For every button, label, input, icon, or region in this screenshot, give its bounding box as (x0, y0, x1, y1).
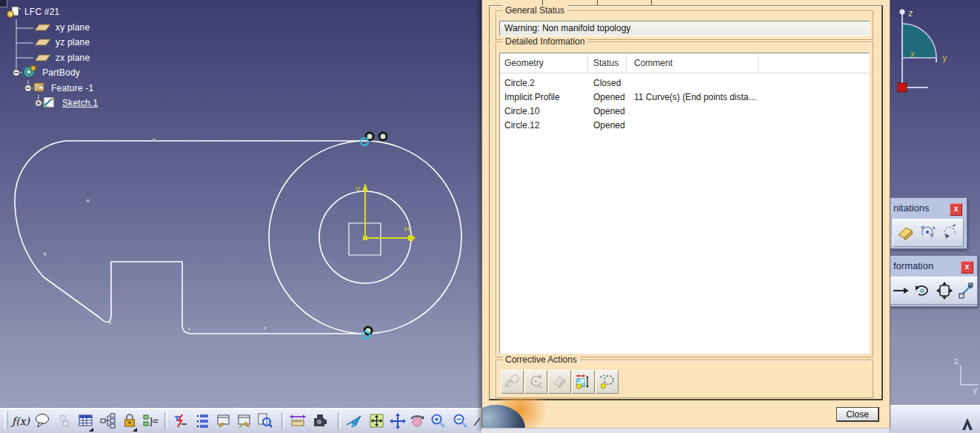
translate-arrow-icon[interactable] (892, 281, 911, 300)
toolbar-title: nitations (893, 202, 929, 214)
constraint-bolt-icon[interactable] (172, 412, 190, 430)
table-cell[interactable]: Circle.12 (504, 119, 539, 133)
table-cell[interactable]: Implicit Profile (504, 90, 560, 105)
symmetry-box-icon[interactable] (935, 281, 954, 300)
part-root-icon (6, 5, 22, 19)
partbody-icon (21, 65, 38, 80)
close-toolbar-button[interactable]: x (950, 203, 962, 216)
zoom-in-icon[interactable] (430, 412, 447, 430)
zoom-out-icon[interactable] (452, 412, 470, 430)
plane-icon (34, 53, 52, 63)
general-status-message: Warning: Non manifold topology (499, 21, 870, 36)
diagnosis-table[interactable]: Geometry Status Comment Circle.2 Closed … (499, 53, 870, 354)
close-arc-icon[interactable] (941, 223, 960, 242)
hide-constraints-button[interactable] (572, 370, 595, 394)
detailed-information-group: Detailed Information Geometry Status Com… (496, 42, 873, 357)
tree-item-xy-plane[interactable]: xy plane (56, 22, 90, 33)
col-header-geometry: Geometry (504, 53, 544, 73)
output-window-2-icon[interactable] (236, 412, 253, 430)
fly-mode-icon[interactable] (345, 412, 363, 430)
scale-icon[interactable] (957, 281, 976, 300)
table-cell: Closed (593, 76, 621, 90)
header-underline (500, 73, 869, 73)
corrective-actions-title: Corrective Actions (502, 354, 580, 365)
relimitations-toolbar: nitations x (889, 197, 967, 249)
tree-item-sketch[interactable]: Sketch.1 (62, 98, 98, 108)
plane-icon (34, 22, 52, 33)
toolbar-separator (164, 412, 167, 429)
column-separator (626, 55, 627, 71)
eraser-icon[interactable] (896, 223, 916, 242)
close-dialog-button[interactable]: Close (836, 407, 879, 422)
link-boxes-icon[interactable] (99, 412, 117, 430)
formula-fx-icon[interactable]: ƒ(x) (12, 412, 30, 430)
table-cell[interactable]: Circle.2 (504, 76, 535, 90)
table-cell: Opened (593, 105, 625, 119)
tree-item-partbody[interactable]: PartBody (42, 67, 80, 78)
toolbar-title: formation (893, 260, 933, 271)
sketch-analysis-dialog: General Status Warning: Non manifold top… (481, 0, 890, 429)
svg-text:}=: }= (150, 415, 159, 426)
general-status-title: General Status (502, 5, 567, 16)
transformation-toolbar: formation x (889, 255, 978, 307)
rotate-blue-icon[interactable] (919, 223, 938, 242)
output-window-icon[interactable] (215, 412, 233, 430)
design-table-icon[interactable] (77, 412, 95, 430)
comment-bubble-icon[interactable] (34, 412, 52, 430)
fit-all-in-icon[interactable] (368, 412, 386, 430)
plane-icon (34, 37, 52, 47)
dialog-bottom-strip (481, 428, 889, 433)
relations-icon[interactable]: }= (142, 412, 160, 430)
tree-item-root[interactable]: LFC #21 (24, 7, 59, 17)
table-cell: Opened (593, 119, 625, 133)
corrective-actions-group: Corrective Actions (496, 360, 873, 398)
disabled-circles-icon[interactable] (56, 412, 74, 430)
detailed-information-title: Detailed Information (502, 36, 587, 47)
standard-toolbar: ƒ(x) }= (0, 408, 481, 433)
catia-window: V H z x y (0, 0, 980, 433)
column-separator (587, 55, 588, 71)
col-header-comment: Comment (634, 53, 673, 73)
hide-construction-geometry-button[interactable] (596, 370, 619, 394)
clipped-icon-fragment (961, 417, 976, 431)
erase-geometry-button[interactable] (548, 370, 571, 394)
toolbar-separator (281, 412, 284, 429)
table-cell: 11 Curve(s) (End points dista... (634, 90, 756, 105)
search-document-icon[interactable] (256, 412, 274, 430)
close-toolbar-button[interactable]: x (961, 261, 973, 274)
planet-decoration (482, 398, 553, 429)
toolbar-right-segment (889, 405, 980, 433)
general-status-group: General Status Warning: Non manifold top… (496, 10, 873, 40)
list-bars-icon[interactable] (194, 412, 212, 430)
measure-ruler-icon[interactable] (289, 412, 307, 430)
lock-icon[interactable] (121, 412, 139, 430)
table-cell: Opened (593, 90, 625, 105)
sketch-icon (43, 96, 58, 109)
close-opened-profile-button[interactable] (501, 370, 524, 394)
pan-icon[interactable] (389, 412, 407, 430)
toolbar-separator (338, 412, 341, 429)
tree-item-feature[interactable]: Feature -1 (51, 83, 93, 93)
toolbar-grip[interactable] (4, 411, 8, 429)
col-header-status: Status (593, 53, 619, 73)
reorder-profile-button[interactable] (524, 370, 547, 394)
table-cell[interactable]: Circle.10 (504, 105, 539, 119)
render-camera-icon[interactable] (311, 412, 329, 430)
column-separator (758, 55, 759, 71)
rotate-icon[interactable] (913, 281, 932, 300)
rotate-view-icon[interactable] (408, 412, 426, 430)
diagnostic-tab-page: General Status Warning: Non manifold top… (489, 5, 883, 400)
tree-item-zx-plane[interactable]: zx plane (56, 53, 90, 63)
tree-item-yz-plane[interactable]: yz plane (56, 37, 90, 47)
feature-icon (33, 81, 47, 94)
